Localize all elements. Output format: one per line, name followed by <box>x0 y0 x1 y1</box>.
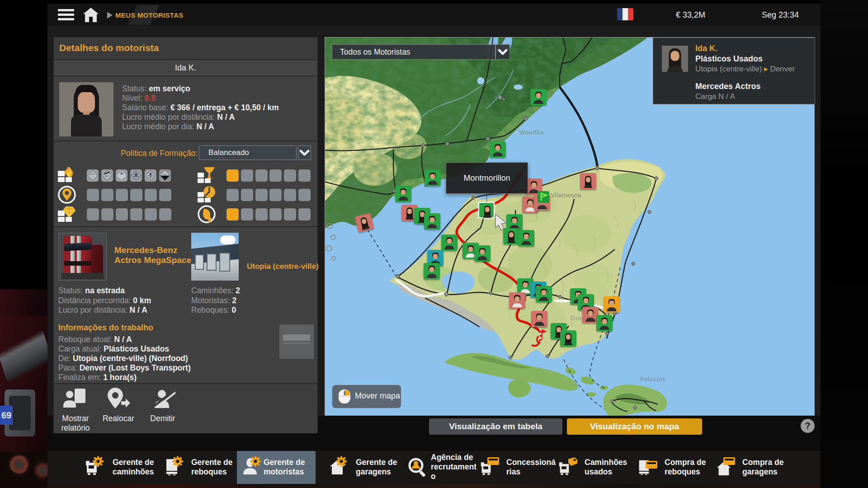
svg-text:Palasort: Palasort <box>640 375 665 383</box>
svg-text:Vilamoura: Vilamoura <box>551 192 581 199</box>
svg-text:Woodlia: Woodlia <box>519 129 543 136</box>
svg-text:GAS 2: GAS 2 <box>105 175 110 177</box>
svg-text:MISC: MISC <box>163 174 167 175</box>
